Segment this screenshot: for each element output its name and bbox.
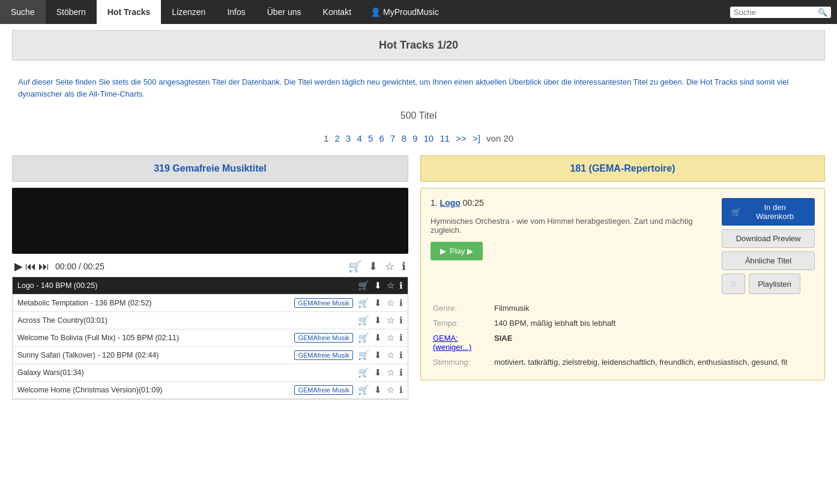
table-row[interactable]: Logo - 140 BPM (00:25) 🛒 ⬇ ☆ ℹ (13, 277, 408, 295)
left-column: 319 Gemafreie Musiktitel (function(){ va… (12, 155, 408, 400)
download-preview-button[interactable]: Download Preview (722, 229, 815, 248)
track-badge: GEMAfreie Musik (294, 333, 353, 343)
track-info-icon[interactable]: ℹ (399, 315, 403, 326)
track-number: 1. (431, 198, 438, 208)
track-action-icons: 🛒 ⬇ ☆ ℹ (358, 367, 403, 378)
track-star-icon[interactable]: ☆ (387, 350, 394, 361)
nav-stoebern[interactable]: Stöbern (46, 0, 97, 24)
page-5[interactable]: 5 (368, 133, 373, 143)
gema-label: GEMA: (weniger...) (432, 331, 492, 354)
track-download-icon[interactable]: ⬇ (374, 298, 382, 308)
page-next[interactable]: >> (456, 133, 467, 143)
nav-hot-tracks[interactable]: Hot Tracks (97, 0, 162, 24)
nav-infos[interactable]: Infos (216, 0, 256, 24)
track-cart-icon[interactable]: 🛒 (358, 280, 369, 291)
track-info-icon[interactable]: ℹ (399, 298, 403, 308)
right-header: 181 (GEMA-Repertoire) (420, 155, 825, 182)
page-7[interactable]: 7 (390, 133, 395, 143)
nav-search-box[interactable]: 🔍 (730, 7, 831, 18)
nav-suche[interactable]: Suche (0, 0, 46, 24)
track-download-icon[interactable]: ⬇ (374, 350, 382, 361)
track-title-link[interactable]: Logo (440, 198, 461, 208)
play-track-button[interactable]: ▶ Play ▶ (431, 242, 483, 260)
track-name: Logo - 140 BPM (00:25) (17, 281, 353, 290)
track-cart-icon[interactable]: 🛒 (358, 332, 369, 343)
page-last[interactable]: >] (473, 133, 480, 143)
play-button[interactable]: ▶ (14, 260, 23, 273)
track-badge: GEMAfreie Musik (294, 298, 353, 308)
tempo-value: 140 BPM, mäßig lebhaft bis lebhaft (493, 316, 814, 330)
track-info-icon[interactable]: ℹ (399, 280, 403, 291)
star-icon[interactable]: ☆ (385, 260, 394, 273)
track-star-icon[interactable]: ☆ (387, 332, 394, 343)
table-row[interactable]: Welcome Home (Christmas Version)(01:09) … (13, 382, 408, 399)
track-badge: GEMAfreie Musik (294, 385, 353, 395)
page-9[interactable]: 9 (412, 133, 417, 143)
waveform[interactable]: (function(){ var bars = 220; var w = 660… (12, 188, 408, 254)
table-row[interactable]: Welcome To Bolivia (Full Mix) - 105 BPM … (13, 329, 408, 347)
player-action-icons: 🛒 ⬇ ☆ ℹ (348, 260, 406, 273)
track-download-icon[interactable]: ⬇ (374, 315, 382, 326)
table-row[interactable]: Metabolic Temptation - 136 BPM (02:52) G… (13, 295, 408, 312)
page-2[interactable]: 2 (334, 133, 339, 143)
similar-tracks-button[interactable]: Ähnliche Titel (722, 251, 815, 270)
track-info-icon[interactable]: ℹ (399, 350, 403, 361)
track-download-icon[interactable]: ⬇ (374, 385, 382, 395)
track-name: Metabolic Temptation - 136 BPM (02:52) (17, 299, 291, 307)
download-icon[interactable]: ⬇ (369, 260, 378, 273)
favorite-button[interactable]: ☆ (722, 274, 745, 294)
page-current: 1 (324, 133, 328, 143)
table-row[interactable]: Sunny Safari (Talkover) - 120 BPM (02:44… (13, 347, 408, 364)
gema-link[interactable]: GEMA: (433, 334, 458, 343)
track-star-icon[interactable]: ☆ (387, 298, 394, 308)
track-star-icon[interactable]: ☆ (387, 315, 394, 326)
genre-value: Filmmusik (493, 301, 814, 315)
track-download-icon[interactable]: ⬇ (374, 280, 382, 291)
page-4[interactable]: 4 (357, 133, 361, 143)
info-icon[interactable]: ℹ (402, 260, 406, 273)
track-cart-icon[interactable]: 🛒 (358, 298, 369, 308)
track-star-icon[interactable]: ☆ (387, 385, 394, 395)
track-duration: 00:25 (463, 198, 484, 208)
cart-icon[interactable]: 🛒 (348, 260, 361, 273)
table-row[interactable]: Galaxy Wars(01:34) 🛒 ⬇ ☆ ℹ (13, 364, 408, 382)
table-row[interactable]: Across The Country(03:01) 🛒 ⬇ ☆ ℹ (13, 312, 408, 329)
search-icon[interactable]: 🔍 (818, 8, 827, 17)
total-count: 500 Titel (0, 104, 837, 127)
prev-button[interactable]: ⏮ (25, 260, 36, 273)
search-input[interactable] (734, 8, 818, 17)
track-action-icons: 🛒 ⬇ ☆ ℹ (358, 385, 403, 395)
nav-ueber-uns[interactable]: Über uns (256, 0, 312, 24)
info-text: Auf dieser Seite finden Sie stets die 50… (0, 67, 837, 104)
track-description: Hymnisches Orchestra - wie vom Himmel he… (431, 217, 722, 235)
page-10[interactable]: 10 (424, 133, 434, 143)
track-download-icon[interactable]: ⬇ (374, 367, 382, 378)
track-detail-buttons: 🛒 In den Warenkorb Download Preview Ähnl… (722, 198, 815, 294)
page-6[interactable]: 6 (379, 133, 384, 143)
track-star-icon[interactable]: ☆ (387, 280, 394, 291)
nav-lizenzen[interactable]: Lizenzen (161, 0, 216, 24)
track-star-icon[interactable]: ☆ (387, 367, 394, 378)
nav-user[interactable]: 👤 MyProudMusic (362, 7, 447, 17)
star-icon: ☆ (730, 278, 737, 289)
add-to-cart-button[interactable]: 🛒 In den Warenkorb (722, 198, 815, 226)
track-info-icon[interactable]: ℹ (399, 332, 403, 343)
page-3[interactable]: 3 (346, 133, 351, 143)
track-action-icons: 🛒 ⬇ ☆ ℹ (358, 332, 403, 343)
track-cart-icon[interactable]: 🛒 (358, 315, 369, 326)
page-total: von 20 (486, 133, 513, 143)
track-info-icon[interactable]: ℹ (399, 367, 403, 378)
track-cart-icon[interactable]: 🛒 (358, 385, 369, 395)
page-8[interactable]: 8 (402, 133, 406, 143)
weniger-link[interactable]: (weniger...) (433, 343, 471, 352)
track-cart-icon[interactable]: 🛒 (358, 367, 369, 378)
page-11[interactable]: 11 (440, 133, 450, 143)
playlist-button[interactable]: Playlisten (749, 274, 800, 294)
track-download-icon[interactable]: ⬇ (374, 332, 382, 343)
page-header: Hot Tracks 1/20 (12, 30, 825, 61)
track-cart-icon[interactable]: 🛒 (358, 350, 369, 361)
nav-kontakt[interactable]: Kontakt (312, 0, 362, 24)
track-info-icon[interactable]: ℹ (399, 385, 403, 395)
next-button[interactable]: ⏭ (38, 260, 49, 273)
player-time: 00:00 / 00:25 (55, 262, 104, 271)
